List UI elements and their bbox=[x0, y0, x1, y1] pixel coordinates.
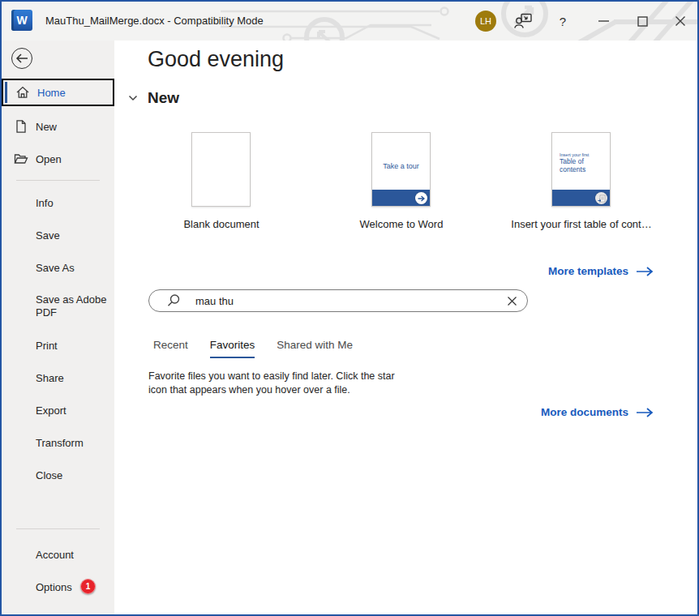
link-label: More templates bbox=[548, 265, 628, 277]
card-preview-text: Take a tour bbox=[372, 162, 430, 170]
sidebar-item-label: Save bbox=[36, 229, 60, 242]
sidebar-item-new[interactable]: New bbox=[2, 110, 114, 143]
sidebar-item-save[interactable]: Save bbox=[2, 219, 114, 251]
template-card-blank-document[interactable] bbox=[191, 132, 251, 207]
search-box[interactable] bbox=[148, 289, 528, 312]
search-icon bbox=[166, 293, 181, 308]
sidebar-item-open[interactable]: Open bbox=[2, 143, 114, 175]
tab-recent[interactable]: Recent bbox=[153, 339, 188, 358]
card-preview-title-text: Table of contents bbox=[560, 158, 600, 173]
sidebar-item-label: Transform bbox=[36, 437, 84, 449]
sidebar-item-label: Save as Adobe PDF bbox=[36, 293, 107, 319]
back-button[interactable] bbox=[11, 48, 32, 69]
sidebar-item-label: Export bbox=[36, 404, 66, 417]
account-avatar[interactable]: LH bbox=[475, 11, 496, 32]
backstage-sidebar: Home New Open Info Save Save As Save as … bbox=[2, 41, 114, 614]
home-icon bbox=[15, 85, 30, 100]
template-card-welcome-to-word[interactable]: Take a tour bbox=[371, 132, 431, 207]
sidebar-item-label: Home bbox=[37, 87, 66, 99]
template-card-table-of-contents[interactable]: Insert your first Table of contents bbox=[551, 132, 611, 207]
link-label: More documents bbox=[541, 406, 628, 418]
hint-line: icon that appears when you hover over a … bbox=[148, 383, 395, 397]
card-label: Welcome to Word bbox=[328, 218, 474, 230]
help-button[interactable]: ? bbox=[553, 11, 572, 32]
clear-search-icon[interactable] bbox=[506, 296, 517, 306]
sidebar-item-save-as[interactable]: Save As bbox=[2, 251, 114, 284]
new-section-header[interactable]: New bbox=[128, 89, 179, 107]
sidebar-item-transform[interactable]: Transform bbox=[2, 426, 114, 459]
sidebar-item-print[interactable]: Print bbox=[2, 329, 114, 361]
sidebar-divider bbox=[16, 528, 100, 529]
sidebar-item-label: Print bbox=[36, 340, 58, 352]
sidebar-item-share[interactable]: Share bbox=[2, 361, 114, 394]
open-folder-icon bbox=[14, 152, 28, 166]
options-notification-badge: 1 bbox=[80, 579, 96, 594]
minimize-button[interactable] bbox=[590, 8, 617, 34]
sidebar-item-label: Options bbox=[36, 581, 72, 593]
sidebar-item-close[interactable]: Close bbox=[2, 459, 114, 491]
word-app-icon: W bbox=[11, 10, 32, 31]
tab-shared-with-me[interactable]: Shared with Me bbox=[277, 339, 353, 358]
close-button[interactable] bbox=[667, 8, 694, 34]
sidebar-item-label: New bbox=[36, 121, 57, 133]
greeting-heading: Good evening bbox=[148, 47, 284, 72]
backstage-home-panel: Good evening New Take a tour Insert your… bbox=[114, 41, 697, 614]
sidebar-item-label: Share bbox=[36, 372, 64, 384]
word-backstage-window: W MauThu_MailMerge.docx - Compatibility … bbox=[0, 0, 699, 616]
sidebar-item-home[interactable]: Home bbox=[2, 79, 114, 106]
sidebar-item-label: Info bbox=[36, 197, 54, 209]
search-input[interactable] bbox=[194, 294, 506, 308]
sidebar-item-label: Close bbox=[36, 469, 62, 481]
sidebar-divider bbox=[16, 180, 100, 181]
sidebar-item-account[interactable]: Account bbox=[2, 538, 114, 571]
sidebar-item-export[interactable]: Export bbox=[2, 394, 114, 426]
hint-line: Favorite files you want to easily find l… bbox=[148, 370, 395, 383]
arrow-right-icon bbox=[636, 408, 654, 417]
maximize-button[interactable] bbox=[628, 8, 656, 34]
file-list-tabs: Recent Favorites Shared with Me bbox=[153, 339, 353, 358]
card-label: Insert your first table of cont… bbox=[508, 218, 654, 230]
chevron-down-icon bbox=[128, 93, 138, 103]
card-label: Blank document bbox=[148, 218, 294, 230]
sidebar-item-label: Open bbox=[36, 153, 62, 165]
share-account-icon[interactable] bbox=[512, 11, 534, 32]
titlebar: W MauThu_MailMerge.docx - Compatibility … bbox=[2, 2, 697, 41]
window-title: MauThu_MailMerge.docx - Compatibility Mo… bbox=[45, 2, 264, 41]
sidebar-item-save-as-adobe-pdf[interactable]: Save as Adobe PDF bbox=[2, 284, 114, 329]
arrow-circle-icon bbox=[415, 192, 427, 204]
sidebar-item-options[interactable]: Options bbox=[2, 571, 114, 603]
new-document-icon bbox=[14, 119, 28, 134]
more-templates-link[interactable]: More templates bbox=[548, 265, 654, 277]
more-documents-link[interactable]: More documents bbox=[541, 406, 654, 418]
tab-favorites[interactable]: Favorites bbox=[210, 339, 255, 358]
sidebar-item-info[interactable]: Info bbox=[2, 186, 114, 219]
sidebar-item-label: Account bbox=[36, 549, 74, 561]
arrow-right-icon bbox=[636, 267, 654, 276]
insert-toc-icon bbox=[595, 192, 607, 204]
new-section-label: New bbox=[148, 89, 179, 107]
sidebar-item-label: Save As bbox=[36, 262, 75, 274]
favorites-empty-hint: Favorite files you want to easily find l… bbox=[148, 370, 395, 397]
